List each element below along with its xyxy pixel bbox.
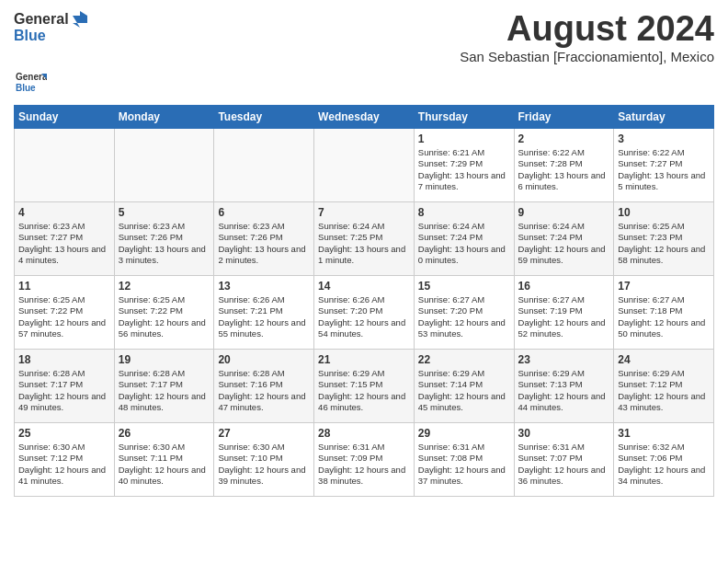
day-info: Sunrise: 6:28 AM xyxy=(119,368,210,379)
day-cell: 13Sunrise: 6:26 AMSunset: 7:21 PMDayligh… xyxy=(214,276,314,350)
day-cell: 14Sunrise: 6:26 AMSunset: 7:20 PMDayligh… xyxy=(314,276,415,350)
day-info: Sunset: 7:07 PM xyxy=(518,453,610,464)
day-number: 25 xyxy=(18,427,110,440)
day-number: 12 xyxy=(119,280,210,293)
day-number: 24 xyxy=(618,353,710,366)
day-info: Daylight: 12 hours and 59 minutes. xyxy=(518,244,610,267)
day-info: Sunset: 7:20 PM xyxy=(318,305,410,316)
week-row-5: 25Sunrise: 6:30 AMSunset: 7:12 PMDayligh… xyxy=(15,423,714,497)
day-info: Daylight: 12 hours and 37 minutes. xyxy=(418,465,510,488)
week-row-2: 4Sunrise: 6:23 AMSunset: 7:27 PMDaylight… xyxy=(15,202,714,276)
day-info: Daylight: 12 hours and 56 minutes. xyxy=(119,317,210,340)
day-info: Daylight: 13 hours and 0 minutes. xyxy=(418,244,510,267)
day-info: Sunset: 7:16 PM xyxy=(218,379,310,390)
day-info: Sunrise: 6:21 AM xyxy=(418,147,510,158)
day-cell: 26Sunrise: 6:30 AMSunset: 7:11 PMDayligh… xyxy=(114,423,214,497)
day-info: Sunset: 7:08 PM xyxy=(418,453,510,464)
day-cell: 10Sunrise: 6:25 AMSunset: 7:23 PMDayligh… xyxy=(614,202,714,276)
day-number: 10 xyxy=(618,206,710,219)
day-cell: 5Sunrise: 6:23 AMSunset: 7:26 PMDaylight… xyxy=(114,202,214,276)
svg-text:Blue: Blue xyxy=(16,83,36,93)
day-info: Daylight: 13 hours and 4 minutes. xyxy=(18,244,110,267)
day-info: Sunrise: 6:25 AM xyxy=(618,221,710,232)
day-info: Sunset: 7:27 PM xyxy=(618,158,710,169)
day-info: Sunrise: 6:23 AM xyxy=(119,221,210,232)
day-header-friday: Friday xyxy=(514,106,614,129)
day-number: 21 xyxy=(318,353,410,366)
day-info: Daylight: 12 hours and 41 minutes. xyxy=(18,465,110,488)
day-header-monday: Monday xyxy=(114,106,214,129)
day-cell: 7Sunrise: 6:24 AMSunset: 7:25 PMDaylight… xyxy=(314,202,415,276)
day-number: 11 xyxy=(18,280,110,293)
day-cell: 9Sunrise: 6:24 AMSunset: 7:24 PMDaylight… xyxy=(514,202,614,276)
day-cell: 25Sunrise: 6:30 AMSunset: 7:12 PMDayligh… xyxy=(15,423,115,497)
day-cell: 21Sunrise: 6:29 AMSunset: 7:15 PMDayligh… xyxy=(314,350,415,423)
day-info: Sunset: 7:14 PM xyxy=(418,379,510,390)
day-info: Daylight: 12 hours and 36 minutes. xyxy=(518,465,610,488)
day-cell: 18Sunrise: 6:28 AMSunset: 7:17 PMDayligh… xyxy=(15,350,115,423)
day-cell: 19Sunrise: 6:28 AMSunset: 7:17 PMDayligh… xyxy=(114,350,214,423)
day-number: 28 xyxy=(318,427,410,440)
day-info: Sunrise: 6:31 AM xyxy=(418,442,510,453)
day-info: Sunset: 7:06 PM xyxy=(618,453,710,464)
month-year-title: August 2024 xyxy=(460,9,714,49)
day-header-wednesday: Wednesday xyxy=(314,106,415,129)
day-cell xyxy=(214,129,314,202)
day-info: Sunrise: 6:26 AM xyxy=(318,294,410,305)
logo-svg: General Blue xyxy=(14,66,47,99)
day-info: Sunset: 7:28 PM xyxy=(518,158,610,169)
day-number: 9 xyxy=(518,206,610,219)
day-info: Sunset: 7:21 PM xyxy=(218,305,310,316)
day-info: Sunrise: 6:24 AM xyxy=(518,221,610,232)
top-area: General Blue August 2024 San Sebastian [… xyxy=(14,9,714,64)
location-subtitle: San Sebastian [Fraccionamiento], Mexico xyxy=(460,49,714,64)
day-number: 13 xyxy=(218,280,310,293)
logo-container: General Blue xyxy=(14,11,87,44)
day-number: 1 xyxy=(418,132,510,145)
day-info: Daylight: 12 hours and 34 minutes. xyxy=(618,465,710,488)
day-info: Sunset: 7:20 PM xyxy=(418,305,510,316)
day-cell: 12Sunrise: 6:25 AMSunset: 7:22 PMDayligh… xyxy=(114,276,214,350)
day-info: Daylight: 12 hours and 54 minutes. xyxy=(318,317,410,340)
day-info: Sunrise: 6:30 AM xyxy=(18,442,110,453)
day-cell: 27Sunrise: 6:30 AMSunset: 7:10 PMDayligh… xyxy=(214,423,314,497)
day-info: Sunrise: 6:27 AM xyxy=(518,294,610,305)
day-info: Sunrise: 6:23 AM xyxy=(18,221,110,232)
day-info: Daylight: 12 hours and 44 minutes. xyxy=(518,391,610,414)
day-info: Daylight: 12 hours and 45 minutes. xyxy=(418,391,510,414)
day-info: Sunrise: 6:31 AM xyxy=(318,442,410,453)
day-cell: 11Sunrise: 6:25 AMSunset: 7:22 PMDayligh… xyxy=(15,276,115,350)
day-cell: 8Sunrise: 6:24 AMSunset: 7:24 PMDaylight… xyxy=(414,202,514,276)
day-number: 27 xyxy=(218,427,310,440)
day-number: 2 xyxy=(518,132,610,145)
day-number: 23 xyxy=(518,353,610,366)
day-number: 17 xyxy=(618,280,710,293)
day-info: Sunrise: 6:25 AM xyxy=(119,294,210,305)
day-cell xyxy=(314,129,415,202)
day-number: 16 xyxy=(518,280,610,293)
day-info: Sunset: 7:26 PM xyxy=(119,232,210,243)
logo-blue: Blue xyxy=(14,28,87,44)
svg-marker-0 xyxy=(73,16,87,28)
day-cell: 22Sunrise: 6:29 AMSunset: 7:14 PMDayligh… xyxy=(414,350,514,423)
day-info: Sunrise: 6:23 AM xyxy=(218,221,310,232)
logo-arrow-icon xyxy=(71,11,87,28)
day-info: Sunrise: 6:31 AM xyxy=(518,442,610,453)
calendar-header: SundayMondayTuesdayWednesdayThursdayFrid… xyxy=(15,106,714,129)
svg-text:General: General xyxy=(16,72,47,82)
day-cell: 24Sunrise: 6:29 AMSunset: 7:12 PMDayligh… xyxy=(614,350,714,423)
day-cell: 20Sunrise: 6:28 AMSunset: 7:16 PMDayligh… xyxy=(214,350,314,423)
day-info: Daylight: 12 hours and 47 minutes. xyxy=(218,391,310,414)
day-cell: 23Sunrise: 6:29 AMSunset: 7:13 PMDayligh… xyxy=(514,350,614,423)
day-info: Daylight: 12 hours and 43 minutes. xyxy=(618,391,710,414)
day-info: Daylight: 13 hours and 7 minutes. xyxy=(418,170,510,193)
day-info: Daylight: 12 hours and 39 minutes. xyxy=(218,465,310,488)
day-info: Sunset: 7:10 PM xyxy=(218,453,310,464)
day-info: Sunset: 7:12 PM xyxy=(618,379,710,390)
day-info: Sunrise: 6:27 AM xyxy=(418,294,510,305)
day-info: Daylight: 12 hours and 57 minutes. xyxy=(18,317,110,340)
day-header-sunday: Sunday xyxy=(15,106,115,129)
day-info: Sunset: 7:29 PM xyxy=(418,158,510,169)
day-header-thursday: Thursday xyxy=(414,106,514,129)
svg-marker-1 xyxy=(80,11,87,16)
